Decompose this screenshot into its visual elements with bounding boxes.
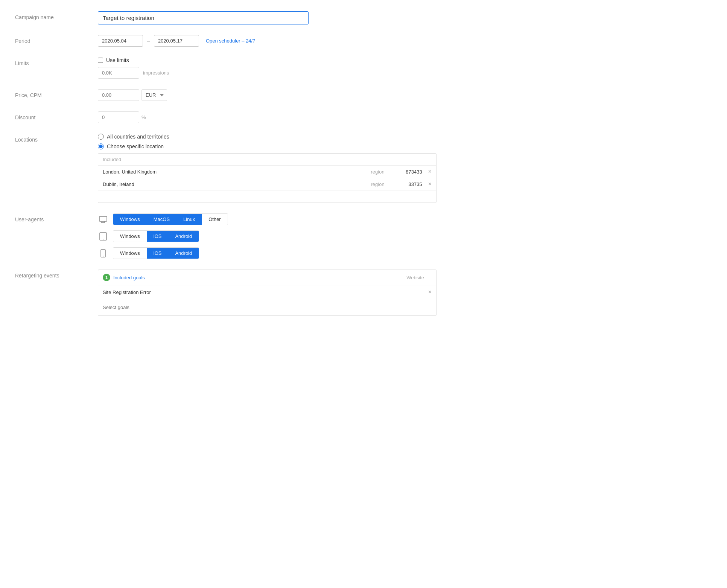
discount-content: %: [98, 111, 712, 123]
impressions-unit: impressions: [143, 70, 169, 76]
location-count: 33735: [396, 181, 422, 187]
user-agents-section: Windows MacOS Linux Other Windows iOS: [98, 213, 712, 259]
ua-desktop-macos-button[interactable]: MacOS: [147, 214, 176, 225]
limits-content: Use limits impressions: [98, 57, 712, 79]
svg-rect-0: [99, 216, 107, 221]
campaign-name-label: Campaign name: [15, 11, 98, 20]
ua-mobile-android-button[interactable]: Android: [168, 248, 199, 259]
limits-section: Use limits impressions: [98, 57, 712, 79]
period-dash: –: [147, 38, 150, 44]
period-row: Period – Open scheduler – 24/7: [15, 35, 712, 47]
retargeting-content: 1 Included goals Website Site Registrati…: [98, 270, 712, 316]
period-start-input[interactable]: [98, 35, 143, 47]
location-specific-radio-row: Choose specific location: [98, 143, 712, 149]
ua-mobile-btn-group: Windows iOS Android: [113, 247, 199, 259]
included-goals-label: Included goals: [113, 275, 406, 280]
website-label: Website: [406, 275, 424, 280]
location-type: region: [354, 169, 385, 175]
ua-tablet-btn-group: Windows iOS Android: [113, 230, 199, 242]
ua-tablet-ios-button[interactable]: iOS: [147, 231, 169, 242]
location-name: Dublin, Ireland: [103, 181, 354, 187]
price-content: EUR USD GBP: [98, 89, 712, 101]
desktop-icon: [98, 216, 108, 223]
price-inputs: EUR USD GBP: [98, 89, 712, 101]
limits-label: Limits: [15, 57, 98, 66]
scheduler-link[interactable]: Open scheduler – 24/7: [206, 38, 256, 44]
discount-inputs: %: [98, 111, 712, 123]
select-goals-input[interactable]: [98, 301, 436, 314]
location-search-input[interactable]: [103, 194, 432, 200]
period-end-input[interactable]: [154, 35, 199, 47]
location-box-header: Included: [98, 154, 436, 166]
location-specific-radio[interactable]: [98, 143, 104, 149]
tablet-icon: [98, 232, 108, 241]
retargeting-badge: 1: [103, 274, 110, 281]
impressions-input[interactable]: [98, 67, 139, 79]
locations-section: All countries and territories Choose spe…: [98, 134, 712, 203]
retargeting-row: Retargeting events 1 Included goals Webs…: [15, 270, 712, 316]
use-limits-checkbox[interactable]: [98, 58, 103, 63]
location-search: [98, 190, 436, 203]
location-count: 873433: [396, 169, 422, 175]
retargeting-goal-remove-button[interactable]: ×: [428, 289, 432, 296]
location-all-radio[interactable]: [98, 134, 104, 140]
period-label: Period: [15, 35, 98, 44]
svg-point-5: [103, 239, 103, 239]
locations-label: Locations: [15, 134, 98, 143]
price-input[interactable]: [98, 89, 139, 101]
ua-desktop-windows-button[interactable]: Windows: [113, 214, 147, 225]
locations-row: Locations All countries and territories …: [15, 134, 712, 203]
campaign-name-input[interactable]: [98, 11, 309, 24]
location-all-label: All countries and territories: [107, 134, 169, 140]
user-agents-row: User-agents Windows MacOS Linux Other: [15, 213, 712, 259]
ua-desktop-btn-group: Windows MacOS Linux Other: [113, 213, 228, 225]
use-limits-label: Use limits: [106, 57, 129, 63]
ua-tablet-android-button[interactable]: Android: [168, 231, 199, 242]
impressions-row: impressions: [98, 67, 712, 79]
svg-point-7: [103, 256, 103, 256]
limits-row: Limits Use limits impressions: [15, 57, 712, 79]
location-remove-button[interactable]: ×: [428, 181, 432, 187]
retargeting-header: 1 Included goals Website: [98, 270, 436, 285]
location-all-radio-row: All countries and territories: [98, 134, 712, 140]
retargeting-goal-name: Site Registration Error: [103, 289, 428, 295]
ua-mobile-ios-button[interactable]: iOS: [147, 248, 169, 259]
discount-unit: %: [141, 114, 146, 120]
ua-desktop-row: Windows MacOS Linux Other: [98, 213, 712, 225]
period-inputs: – Open scheduler – 24/7: [98, 35, 712, 47]
location-name: London, United Kingdom: [103, 169, 354, 175]
ua-desktop-linux-button[interactable]: Linux: [176, 214, 202, 225]
campaign-name-content: [98, 11, 712, 24]
price-label: Price, CPM: [15, 89, 98, 98]
retargeting-box: 1 Included goals Website Site Registrati…: [98, 270, 437, 316]
period-content: – Open scheduler – 24/7: [98, 35, 712, 47]
ua-tablet-row: Windows iOS Android: [98, 230, 712, 242]
ua-mobile-windows-button[interactable]: Windows: [113, 248, 147, 259]
location-specific-label: Choose specific location: [107, 143, 164, 149]
table-row: Dublin, Ireland region 33735 ×: [98, 178, 436, 190]
ua-desktop-other-button[interactable]: Other: [202, 214, 228, 225]
use-limits-row: Use limits: [98, 57, 712, 63]
price-row: Price, CPM EUR USD GBP: [15, 89, 712, 101]
location-remove-button[interactable]: ×: [428, 169, 432, 175]
location-type: region: [354, 181, 385, 187]
user-agents-label: User-agents: [15, 213, 98, 222]
ua-mobile-row: Windows iOS Android: [98, 247, 712, 259]
user-agents-content: Windows MacOS Linux Other Windows iOS: [98, 213, 712, 259]
mobile-icon: [98, 249, 108, 257]
locations-content: All countries and territories Choose spe…: [98, 134, 712, 203]
location-box: Included London, United Kingdom region 8…: [98, 153, 437, 203]
table-row: Site Registration Error ×: [98, 285, 436, 299]
table-row: London, United Kingdom region 873433 ×: [98, 166, 436, 178]
discount-input[interactable]: [98, 111, 139, 123]
discount-row: Discount %: [15, 111, 712, 123]
discount-label: Discount: [15, 111, 98, 120]
currency-select[interactable]: EUR USD GBP: [141, 89, 167, 101]
ua-tablet-windows-button[interactable]: Windows: [113, 231, 147, 242]
retargeting-label: Retargeting events: [15, 270, 98, 279]
select-goals-container: [98, 299, 436, 315]
campaign-name-row: Campaign name: [15, 11, 712, 24]
